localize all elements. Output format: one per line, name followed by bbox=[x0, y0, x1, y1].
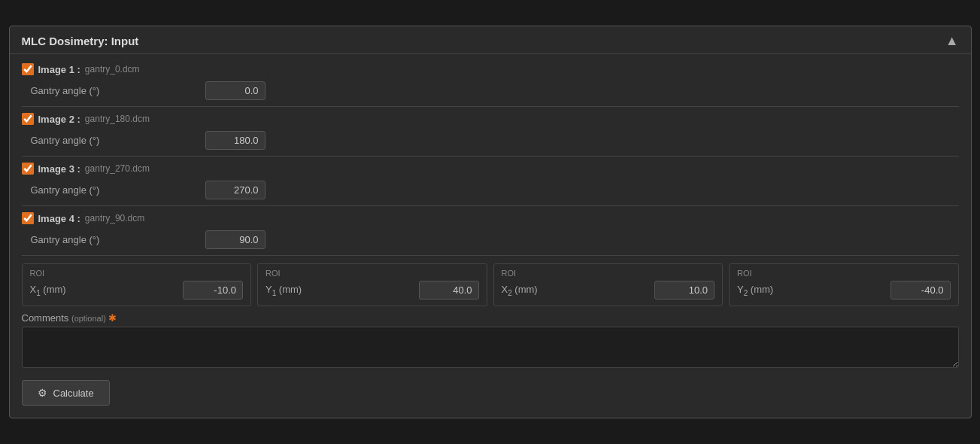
main-window: MLC Dosimetry: Input ▲ Image 1 : gantry_… bbox=[9, 26, 972, 418]
roi-y2-field-row: Y2 (mm) bbox=[737, 281, 951, 300]
roi-x1-group: ROI X1 (mm) bbox=[22, 263, 252, 306]
image-3-filename: gantry_270.dcm bbox=[85, 163, 150, 174]
gear-icon: ⚙ bbox=[38, 387, 47, 399]
comments-section: Comments (optional) ✱ bbox=[22, 312, 959, 371]
image-4-section: Image 4 : gantry_90.dcm Gantry angle (°) bbox=[22, 212, 959, 256]
image-2-section: Image 2 : gantry_180.dcm Gantry angle (°… bbox=[22, 113, 959, 157]
roi-x1-field-row: X1 (mm) bbox=[30, 281, 244, 300]
title-bar: MLC Dosimetry: Input ▲ bbox=[10, 26, 971, 54]
image-2-label: Image 2 : bbox=[38, 114, 80, 125]
image-4-gantry-row: Gantry angle (°) bbox=[25, 230, 959, 249]
image-2-gantry-input[interactable] bbox=[205, 131, 265, 150]
image-3-gantry-input[interactable] bbox=[205, 181, 265, 199]
window-title: MLC Dosimetry: Input bbox=[22, 35, 139, 47]
image-4-gantry-label: Gantry angle (°) bbox=[25, 234, 205, 245]
collapse-button[interactable]: ▲ bbox=[945, 34, 959, 47]
roi-x1-section-label: ROI bbox=[30, 269, 244, 278]
roi-y1-group: ROI Y1 (mm) bbox=[257, 263, 487, 306]
comments-text: Comments bbox=[22, 312, 71, 324]
comments-optional-text: (optional) bbox=[71, 314, 106, 323]
roi-x1-label: X1 (mm) bbox=[30, 284, 184, 297]
roi-x2-label: X2 (mm) bbox=[502, 284, 655, 297]
image-4-label: Image 4 : bbox=[38, 213, 80, 224]
comments-required-marker: ✱ bbox=[108, 312, 117, 324]
roi-x2-group: ROI X2 (mm) bbox=[493, 263, 724, 306]
content-area: Image 1 : gantry_0.dcm Gantry angle (°) … bbox=[10, 54, 971, 418]
image-4-header: Image 4 : gantry_90.dcm bbox=[22, 212, 959, 224]
image-1-header: Image 1 : gantry_0.dcm bbox=[22, 63, 959, 75]
roi-y2-group: ROI Y2 (mm) bbox=[729, 263, 959, 306]
image-4-filename: gantry_90.dcm bbox=[85, 213, 144, 224]
roi-y2-section-label: ROI bbox=[737, 269, 951, 278]
comments-label: Comments (optional) ✱ bbox=[22, 312, 959, 324]
calculate-button-label: Calculate bbox=[53, 388, 94, 399]
roi-x2-input[interactable] bbox=[654, 281, 715, 300]
roi-y1-label: Y1 (mm) bbox=[265, 284, 419, 297]
roi-y2-input[interactable] bbox=[890, 281, 951, 300]
roi-x2-section-label: ROI bbox=[502, 269, 715, 278]
image-2-header: Image 2 : gantry_180.dcm bbox=[22, 113, 959, 125]
image-2-filename: gantry_180.dcm bbox=[85, 114, 150, 124]
image-3-section: Image 3 : gantry_270.dcm Gantry angle (°… bbox=[22, 163, 959, 206]
image-3-label: Image 3 : bbox=[38, 163, 80, 175]
roi-y1-input[interactable] bbox=[419, 281, 479, 300]
image-4-gantry-input[interactable] bbox=[205, 230, 265, 249]
image-1-gantry-label: Gantry angle (°) bbox=[25, 85, 205, 96]
roi-y1-section-label: ROI bbox=[265, 269, 479, 278]
comments-textarea[interactable] bbox=[22, 327, 959, 368]
image-1-gantry-row: Gantry angle (°) bbox=[25, 81, 959, 100]
image-1-checkbox[interactable] bbox=[22, 63, 34, 75]
image-1-gantry-input[interactable] bbox=[205, 81, 265, 100]
image-2-gantry-label: Gantry angle (°) bbox=[25, 135, 205, 146]
image-1-label: Image 1 : bbox=[38, 64, 80, 75]
image-3-gantry-row: Gantry angle (°) bbox=[25, 181, 959, 199]
roi-y2-label: Y2 (mm) bbox=[737, 284, 890, 297]
image-3-checkbox[interactable] bbox=[22, 163, 34, 175]
image-2-checkbox[interactable] bbox=[22, 113, 34, 125]
roi-x1-input[interactable] bbox=[183, 281, 243, 300]
image-3-gantry-label: Gantry angle (°) bbox=[25, 184, 205, 196]
image-3-header: Image 3 : gantry_270.dcm bbox=[22, 163, 959, 175]
roi-x2-field-row: X2 (mm) bbox=[502, 281, 715, 300]
roi-y1-field-row: Y1 (mm) bbox=[265, 281, 479, 300]
calculate-button[interactable]: ⚙ Calculate bbox=[22, 380, 110, 406]
image-1-filename: gantry_0.dcm bbox=[85, 64, 140, 75]
roi-section: ROI X1 (mm) ROI Y1 (mm) ROI X2 (mm) bbox=[22, 263, 959, 306]
image-2-gantry-row: Gantry angle (°) bbox=[25, 131, 959, 150]
image-4-checkbox[interactable] bbox=[22, 212, 34, 224]
image-1-section: Image 1 : gantry_0.dcm Gantry angle (°) bbox=[22, 63, 959, 107]
